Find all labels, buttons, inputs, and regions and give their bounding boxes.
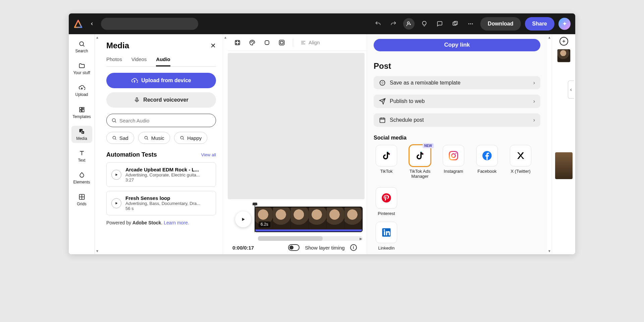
show-layer-timing-toggle[interactable]: [288, 244, 300, 251]
svg-point-3: [468, 23, 469, 24]
svg-point-11: [112, 119, 115, 122]
palette-icon[interactable]: [249, 39, 256, 46]
timeline-clip[interactable]: 6.2s: [255, 207, 363, 232]
upload-from-device-button[interactable]: Upload from device: [106, 73, 216, 88]
social-instagram[interactable]: Instagram: [441, 145, 466, 179]
facebook-icon: [482, 151, 492, 161]
save-remixable-template-option[interactable]: Save as a remixable template ›: [374, 76, 540, 90]
rail-templates[interactable]: Templates: [71, 104, 92, 121]
rail-your-stuff[interactable]: Your stuff: [71, 60, 92, 77]
chip-music[interactable]: Music: [138, 132, 170, 144]
redo-button[interactable]: [388, 18, 399, 30]
svg-rect-10: [136, 98, 138, 100]
rail-upload[interactable]: Upload: [71, 82, 92, 99]
tab-videos[interactable]: Videos: [131, 56, 147, 66]
invite-user-button[interactable]: [403, 18, 415, 30]
svg-point-29: [451, 154, 455, 158]
square-icon[interactable]: [263, 39, 271, 46]
tips-icon[interactable]: [419, 18, 430, 30]
record-voiceover-button[interactable]: Record voiceover: [106, 92, 216, 108]
back-button[interactable]: [87, 19, 97, 29]
top-search-input[interactable]: [101, 18, 198, 30]
chip-sad[interactable]: Sad: [106, 132, 134, 144]
tiktok-icon: [415, 151, 425, 161]
tab-photos[interactable]: Photos: [106, 56, 122, 66]
present-icon[interactable]: [449, 18, 461, 30]
folder-icon: [78, 62, 86, 69]
social-facebook[interactable]: Facebook: [474, 145, 500, 179]
chevron-right-icon: ›: [533, 117, 535, 123]
search-icon: [111, 118, 117, 123]
show-layer-timing-label: Show layer timing: [305, 245, 344, 251]
svg-point-30: [455, 153, 456, 154]
app-logo[interactable]: [73, 19, 83, 29]
svg-point-5: [472, 23, 473, 24]
section-title: Automation Tests: [106, 151, 157, 158]
chip-happy[interactable]: Happy: [174, 132, 207, 144]
social-media-title: Social media: [374, 135, 540, 141]
social-tiktok[interactable]: TikTok: [374, 145, 399, 179]
svg-point-14: [180, 136, 183, 139]
panel-scroll-cue: ▲: [223, 34, 228, 254]
social-pinterest[interactable]: Pinterest: [374, 187, 399, 216]
publish-to-web-option[interactable]: Publish to web ›: [374, 95, 540, 108]
templates-icon: [78, 106, 86, 113]
collapse-pages-tab[interactable]: ‹: [568, 80, 574, 99]
instagram-icon: [448, 151, 459, 161]
play-icon[interactable]: [111, 198, 121, 208]
elements-icon: [78, 171, 86, 179]
canvas-area: Align 6.2s ◀▶ 0:00/0:17 Sho: [228, 34, 367, 254]
schedule-post-option[interactable]: Schedule post ›: [374, 113, 540, 127]
learn-more-link[interactable]: Learn more.: [164, 220, 189, 225]
share-button[interactable]: Share: [525, 17, 554, 31]
svg-point-18: [236, 43, 237, 44]
canvas[interactable]: [228, 53, 365, 199]
download-button[interactable]: Download: [480, 17, 521, 31]
svg-rect-28: [449, 152, 458, 160]
rail-grids[interactable]: Grids: [71, 191, 92, 208]
timeline-scrollbar[interactable]: ◀▶: [258, 236, 363, 241]
linkedin-icon: [381, 227, 391, 237]
page-thumbnail[interactable]: [555, 152, 573, 179]
add-page-button[interactable]: [559, 37, 568, 46]
social-linkedin[interactable]: LinkedIn: [374, 222, 399, 251]
social-tiktok-ads-manager[interactable]: NEW TikTok Ads Manager: [407, 145, 433, 179]
copy-link-button[interactable]: Copy link: [374, 39, 540, 51]
send-icon: [379, 98, 386, 105]
rail-media[interactable]: Media: [71, 126, 92, 143]
double-square-icon[interactable]: [278, 39, 285, 46]
tab-audio[interactable]: Audio: [156, 56, 170, 66]
more-icon[interactable]: [465, 18, 476, 30]
new-badge: NEW: [423, 143, 434, 148]
undo-button[interactable]: [372, 18, 384, 30]
rail-text[interactable]: Text: [71, 148, 92, 165]
audio-track-item[interactable]: Fresh Senses loop Advertising, Bass, Doc…: [106, 191, 216, 215]
track-meta: Advertising, Bass, Documentary, Dra...: [125, 201, 200, 206]
sparkle-icon: [379, 79, 386, 86]
social-x-twitter[interactable]: X (Twitter): [508, 145, 533, 179]
timeline[interactable]: 6.2s: [255, 204, 363, 235]
crop-icon[interactable]: [234, 39, 241, 46]
svg-point-16: [236, 41, 237, 42]
page-thumbnail[interactable]: [557, 49, 571, 62]
info-icon[interactable]: i: [350, 244, 357, 251]
close-icon[interactable]: ✕: [210, 42, 216, 50]
rail-search[interactable]: Search: [71, 38, 92, 55]
user-avatar[interactable]: ✦: [558, 18, 571, 30]
svg-point-20: [251, 42, 252, 42]
audio-track-item[interactable]: Arcade Upbeat EDM Rock - L... Advertisin…: [106, 162, 216, 187]
view-all-link[interactable]: View all: [201, 152, 216, 157]
play-icon[interactable]: [111, 170, 121, 180]
audio-search-input[interactable]: [106, 114, 216, 127]
track-title: Fresh Senses loop: [125, 195, 200, 201]
svg-point-19: [238, 43, 239, 44]
tiktok-icon: [381, 151, 391, 161]
align-button[interactable]: Align: [301, 40, 320, 45]
cloud-upload-icon: [131, 77, 138, 84]
rail-elements[interactable]: Elements: [71, 169, 92, 186]
track-meta: Advertising, Corporate, Electric guita..…: [125, 172, 200, 177]
svg-rect-24: [279, 40, 284, 45]
comments-icon[interactable]: [434, 18, 445, 30]
timeline-play-button[interactable]: [235, 211, 251, 227]
media-panel: Media ✕ Photos Videos Audio Upload from …: [100, 34, 223, 254]
